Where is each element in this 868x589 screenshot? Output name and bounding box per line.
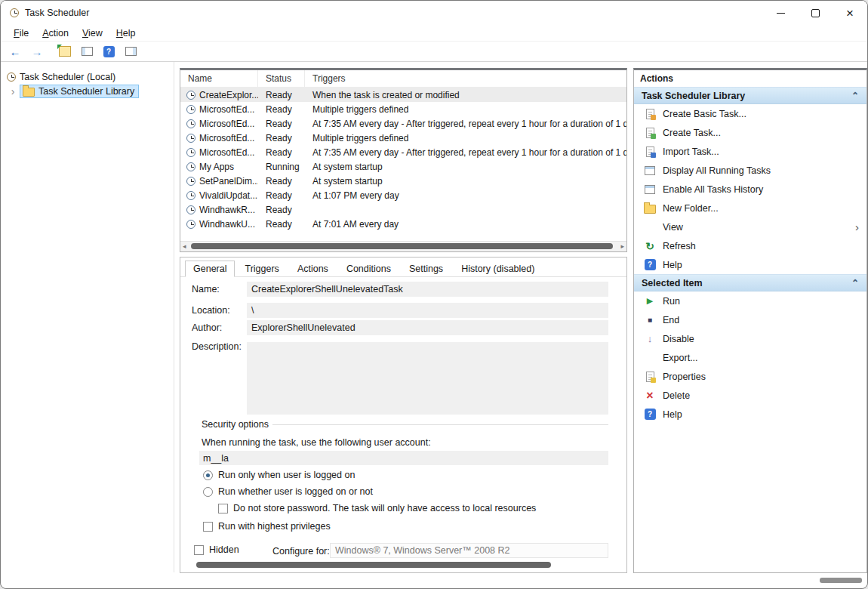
table-row[interactable]: My Apps Running At system startup xyxy=(180,159,626,174)
tab-general[interactable]: General xyxy=(185,261,235,277)
task-triggers: At system startup xyxy=(305,176,626,187)
name-value: CreateExplorerShellUnelevatedTask xyxy=(251,284,403,294)
tab-conditions[interactable]: Conditions xyxy=(338,261,399,276)
action-refresh[interactable]: ↻ Refresh xyxy=(634,236,866,255)
task-triggers: At 1:07 PM every day xyxy=(305,190,626,201)
task-status: Ready xyxy=(258,147,305,158)
checkbox-icon xyxy=(194,545,204,555)
table-row[interactable]: CreateExplor... Ready When the task is c… xyxy=(180,88,626,102)
action-run[interactable]: ▶ Run xyxy=(634,291,866,310)
scroll-right-icon[interactable]: ▸ xyxy=(620,242,624,250)
collapse-chevron-icon[interactable]: ⌃ xyxy=(851,91,859,101)
action-label: New Folder... xyxy=(663,203,719,214)
open-new-window-button[interactable] xyxy=(55,43,75,60)
scheduler-root-icon xyxy=(7,72,16,82)
action-enable-tasks-history[interactable]: Enable All Tasks History xyxy=(634,180,866,199)
action-label: Run xyxy=(663,296,680,307)
enable-tasks-history-icon xyxy=(643,185,657,194)
table-row[interactable]: MicrosoftEd... Ready Multiple triggers d… xyxy=(180,131,626,145)
action-export[interactable]: Export... xyxy=(634,348,866,367)
checkbox-hidden[interactable]: Hidden xyxy=(194,544,239,555)
column-header-status[interactable]: Status xyxy=(258,70,305,87)
table-row[interactable]: WindhawkU... Ready At 7:01 AM every day xyxy=(180,217,626,231)
task-clock-icon xyxy=(186,177,195,186)
action-display-running-tasks[interactable]: Display All Running Tasks xyxy=(634,161,866,180)
back-icon: ← xyxy=(10,46,21,57)
tree-library-selected[interactable]: Task Scheduler Library xyxy=(20,85,139,98)
table-row[interactable]: WindhawkR... Ready xyxy=(180,202,626,217)
task-name: MicrosoftEd... xyxy=(199,119,254,129)
collapse-chevron-icon[interactable]: ⌃ xyxy=(851,278,859,288)
library-header-label: Task Scheduler Library xyxy=(642,91,745,101)
maximize-button[interactable] xyxy=(798,1,833,25)
selected-item-section-header[interactable]: Selected Item ⌃ xyxy=(634,274,866,291)
tab-actions[interactable]: Actions xyxy=(289,261,337,276)
radio-run-logged-on[interactable]: Run only when user is logged on xyxy=(203,470,355,480)
menu-action[interactable]: Action xyxy=(35,26,75,40)
task-list-scrollbar-thumb[interactable] xyxy=(191,243,613,249)
action-view[interactable]: View › xyxy=(634,217,866,236)
properties-icon xyxy=(643,372,657,382)
actions-panel: Actions Task Scheduler Library ⌃ Create … xyxy=(633,68,867,573)
minimize-icon xyxy=(777,13,785,14)
table-row[interactable]: SetPanelDim... Ready At system startup xyxy=(180,174,626,188)
tree-item-root[interactable]: Task Scheduler (Local) xyxy=(1,69,174,84)
action-properties[interactable]: Properties xyxy=(634,367,866,386)
menu-help[interactable]: Help xyxy=(109,26,143,40)
menu-bar: File Action View Help xyxy=(1,25,867,42)
radio-run-any[interactable]: Run whether user is logged on or not xyxy=(203,486,373,497)
checkbox-no-password[interactable]: Do not store password. The task will onl… xyxy=(218,503,536,513)
help-icon: ? xyxy=(643,259,657,270)
scroll-left-icon[interactable]: ◂ xyxy=(183,242,186,250)
task-name: WindhawkU... xyxy=(199,219,255,230)
tree-item-library[interactable]: › Task Scheduler Library xyxy=(1,84,174,98)
library-section-header[interactable]: Task Scheduler Library ⌃ xyxy=(634,87,866,104)
hidden-label: Hidden xyxy=(209,544,239,555)
column-header-triggers[interactable]: Triggers xyxy=(305,70,626,87)
action-create-task[interactable]: Create Task... xyxy=(634,123,866,142)
task-triggers: Multiple triggers defined xyxy=(305,133,626,143)
action-help-library[interactable]: ? Help xyxy=(634,255,866,274)
details-scrollbar-thumb[interactable] xyxy=(196,562,551,568)
task-status: Ready xyxy=(258,190,305,201)
action-delete[interactable]: × Delete xyxy=(634,386,866,405)
table-row[interactable]: MicrosoftEd... Ready At 7:35 AM every da… xyxy=(180,116,626,131)
task-clock-icon xyxy=(186,205,195,214)
table-row[interactable]: VivaldiUpdat... Ready At 1:07 PM every d… xyxy=(180,188,626,202)
action-new-folder[interactable]: New Folder... xyxy=(634,199,866,217)
general-tab-content: Name: CreateExplorerShellUnelevatedTask … xyxy=(180,277,626,571)
action-disable[interactable]: ↓ Disable xyxy=(634,329,866,348)
task-name: CreateExplor... xyxy=(199,90,258,100)
checkbox-highest-privileges[interactable]: Run with highest privileges xyxy=(203,521,331,532)
expand-chevron-icon[interactable]: › xyxy=(10,86,16,97)
back-button[interactable]: ← xyxy=(5,43,25,60)
help-toolbar-button[interactable]: ? xyxy=(99,43,119,60)
action-import-task[interactable]: Import Task... xyxy=(634,142,866,161)
action-label: Disable xyxy=(663,334,694,344)
run-icon: ▶ xyxy=(643,297,657,305)
actions-panel-scrollbar-thumb[interactable] xyxy=(820,578,862,583)
security-options-title: Security options xyxy=(202,419,269,430)
radio-logged-on-label: Run only when user is logged on xyxy=(218,470,355,480)
close-button[interactable]: × xyxy=(833,1,867,25)
action-help-selected[interactable]: ? Help xyxy=(634,405,866,424)
tab-history[interactable]: History (disabled) xyxy=(453,261,543,276)
configure-for-dropdown[interactable]: Windows® 7, Windows Server™ 2008 R2 xyxy=(330,543,608,558)
menu-file[interactable]: File xyxy=(7,26,35,40)
tab-settings[interactable]: Settings xyxy=(401,261,451,276)
main-area: Task Scheduler (Local) › Task Scheduler … xyxy=(1,62,867,589)
table-row[interactable]: MicrosoftEd... Ready Multiple triggers d… xyxy=(180,102,626,116)
menu-view[interactable]: View xyxy=(75,26,109,40)
action-pane-toggle-button[interactable] xyxy=(121,43,140,60)
column-header-name[interactable]: Name xyxy=(180,70,258,87)
action-end[interactable]: ■ End xyxy=(634,310,866,329)
task-list-horizontal-scrollbar: ◂ ▸ xyxy=(180,241,626,251)
action-create-basic-task[interactable]: Create Basic Task... xyxy=(634,104,866,123)
tree-panel: Task Scheduler (Local) › Task Scheduler … xyxy=(1,62,174,572)
console-tree-toggle-button[interactable] xyxy=(77,43,97,60)
minimize-button[interactable] xyxy=(763,1,798,25)
forward-button[interactable]: → xyxy=(27,43,47,60)
task-status: Ready xyxy=(258,133,305,143)
table-row[interactable]: MicrosoftEd... Ready At 7:35 AM every da… xyxy=(180,145,626,159)
tab-triggers[interactable]: Triggers xyxy=(236,261,287,276)
